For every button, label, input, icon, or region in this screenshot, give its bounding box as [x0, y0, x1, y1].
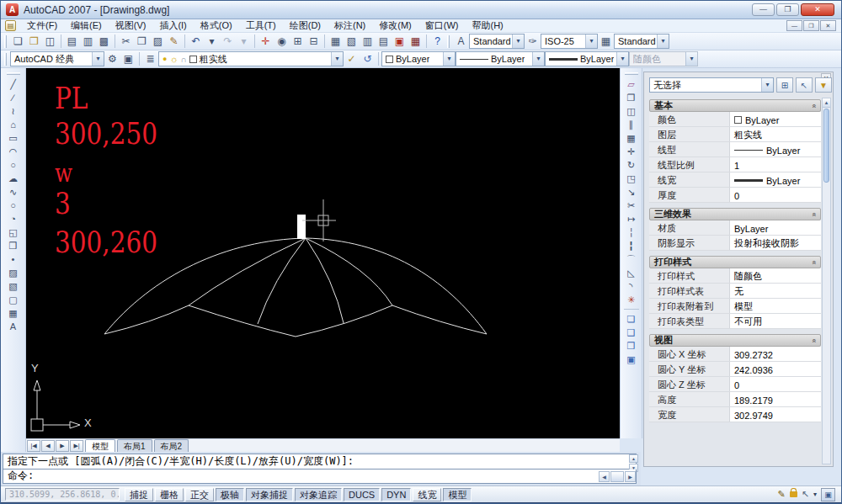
plot-button[interactable]: ▤: [64, 34, 80, 49]
close-button[interactable]: ✕: [801, 3, 834, 16]
selection-combo[interactable]: 无选择 ▾: [649, 77, 774, 93]
scroll-right-icon[interactable]: ▶: [625, 471, 636, 482]
status-toggle-1[interactable]: 栅格: [155, 488, 184, 501]
collapse-chevron-icon[interactable]: «: [809, 212, 818, 216]
chamfer-button[interactable]: ◺: [623, 266, 640, 279]
mdi-minimize-button[interactable]: —: [786, 20, 802, 31]
undo-button[interactable]: ↶: [188, 34, 204, 49]
bring-above-button[interactable]: ❒: [623, 339, 640, 353]
point-button[interactable]: •: [5, 252, 22, 266]
rectangle-button[interactable]: ▭: [5, 131, 22, 145]
layer-manager-button[interactable]: ≣: [142, 51, 158, 66]
property-value[interactable]: 随颜色: [730, 268, 821, 283]
break-button[interactable]: ╏: [623, 239, 640, 252]
layout-tab-0[interactable]: 模型: [85, 439, 115, 452]
fillet-button[interactable]: ◝: [623, 279, 640, 293]
tray-menu-chevron-icon[interactable]: ▾: [813, 491, 817, 498]
property-value[interactable]: 242.0936: [730, 362, 821, 376]
status-toggle-9[interactable]: 模型: [443, 488, 472, 501]
extend-button[interactable]: ↦: [623, 212, 640, 225]
menu-item-3[interactable]: 插入(I): [152, 19, 193, 33]
markup-set-manager-button[interactable]: ▣: [392, 34, 408, 49]
tab-last-button[interactable]: ▶|: [70, 440, 83, 452]
status-toggle-6[interactable]: DUCS: [344, 488, 380, 501]
quickcalc-button[interactable]: ▦: [408, 34, 424, 49]
quick-select-button[interactable]: ▼: [815, 77, 832, 93]
plot-preview-button[interactable]: ▥: [80, 34, 96, 49]
chevron-down-icon[interactable]: ▾: [616, 52, 628, 66]
minimize-button[interactable]: —: [752, 3, 775, 16]
property-value[interactable]: 189.2179: [730, 392, 821, 406]
toolbar-grip[interactable]: [7, 72, 20, 75]
publish-button[interactable]: ▩: [96, 34, 112, 49]
layer-on-icon[interactable]: ●: [163, 55, 167, 63]
hscrollbar-thumb[interactable]: [610, 471, 624, 482]
select-objects-button[interactable]: ↖: [796, 77, 813, 93]
mtext-button[interactable]: A: [5, 320, 22, 333]
property-value[interactable]: ByLayer: [730, 220, 821, 235]
toolbar-grip[interactable]: [4, 53, 7, 66]
scrollbar-thumb[interactable]: [823, 109, 829, 183]
ellipse-arc-button[interactable]: ◔: [5, 212, 22, 225]
sheet-set-manager-button[interactable]: ▦: [328, 34, 344, 49]
new-button[interactable]: ❏: [10, 34, 26, 49]
send-under-button[interactable]: ▣: [623, 353, 640, 366]
status-toggle-0[interactable]: 捕捉: [125, 488, 153, 501]
tab-prev-button[interactable]: ◀: [41, 440, 55, 452]
explode-button[interactable]: ✳: [623, 293, 640, 306]
toggle-pickadd-button[interactable]: ⊞: [776, 77, 793, 93]
zoom-window-button[interactable]: ⊞: [290, 34, 306, 49]
chevron-down-icon[interactable]: ▾: [761, 78, 773, 92]
layer-combo[interactable]: ● ☼ ∩ 粗实线 ▾: [158, 51, 344, 66]
tab-first-button[interactable]: |◀: [27, 440, 40, 452]
property-value[interactable]: 0: [730, 377, 821, 391]
property-value[interactable]: 302.9749: [730, 407, 821, 422]
copy-clip-button[interactable]: ❐: [134, 34, 150, 49]
my-workspace-button[interactable]: ▣: [120, 51, 136, 66]
layer-previous-button[interactable]: ↺: [360, 51, 376, 66]
menu-item-5[interactable]: 工具(T): [239, 19, 283, 33]
property-value[interactable]: 309.2732: [730, 347, 821, 361]
chevron-down-icon[interactable]: ▾: [532, 52, 544, 66]
palette-section-header-0[interactable]: 基本«: [649, 99, 821, 112]
match-properties-button[interactable]: ✎: [166, 34, 182, 49]
palette-scrollbar[interactable]: ▲: [822, 98, 831, 464]
property-value[interactable]: ByLayer: [730, 112, 821, 126]
chevron-down-icon[interactable]: ▾: [585, 34, 597, 48]
coordinate-readout[interactable]: 310.5099, 256.8618, 0.0000: [5, 488, 120, 501]
rotate-button[interactable]: ↻: [623, 158, 640, 172]
layer-color-swatch[interactable]: [189, 56, 197, 63]
status-toggle-8[interactable]: 线宽: [413, 488, 441, 501]
text-style-combo[interactable]: Standard ▾: [469, 34, 525, 49]
offset-button[interactable]: ∥: [623, 118, 640, 131]
chevron-down-icon[interactable]: ▾: [92, 52, 104, 66]
menu-item-10[interactable]: 帮助(H): [466, 19, 510, 33]
chevron-down-icon[interactable]: ▾: [512, 34, 524, 48]
menu-item-7[interactable]: 标注(N): [328, 19, 372, 33]
status-toggle-4[interactable]: 对象捕捉: [246, 488, 293, 501]
layout-tab-2[interactable]: 布局2: [154, 439, 189, 452]
join-button[interactable]: ⌒: [623, 252, 640, 266]
property-value[interactable]: 不可用: [730, 314, 821, 328]
construction-line-button[interactable]: ∕: [5, 91, 22, 104]
make-block-button[interactable]: ❒: [5, 239, 22, 252]
tab-next-button[interactable]: ▶: [56, 440, 69, 452]
workspace-settings-button[interactable]: ⚙: [104, 51, 120, 66]
lineweight-combo[interactable]: ByLayer ▾: [545, 51, 629, 66]
open-button[interactable]: ❐: [26, 34, 42, 49]
toolbar-lock-icon[interactable]: [790, 491, 797, 497]
trim-button[interactable]: ✂: [623, 199, 640, 212]
region-button[interactable]: ▢: [5, 293, 22, 306]
polygon-button[interactable]: ⌂: [5, 118, 22, 131]
pan-button[interactable]: ✛: [258, 34, 274, 49]
property-value[interactable]: 0: [730, 188, 821, 202]
property-value[interactable]: ByLayer: [730, 172, 821, 187]
send-to-back-button[interactable]: ❑: [623, 326, 640, 339]
property-value[interactable]: 无: [730, 284, 821, 298]
properties-button[interactable]: ▧: [344, 34, 360, 49]
palette-section-header-3[interactable]: 视图«: [649, 334, 821, 347]
property-value[interactable]: 模型: [730, 299, 821, 313]
scale-button[interactable]: ◳: [623, 172, 640, 185]
property-value[interactable]: ByLayer: [730, 142, 821, 157]
polyline-button[interactable]: ≀: [5, 104, 22, 118]
